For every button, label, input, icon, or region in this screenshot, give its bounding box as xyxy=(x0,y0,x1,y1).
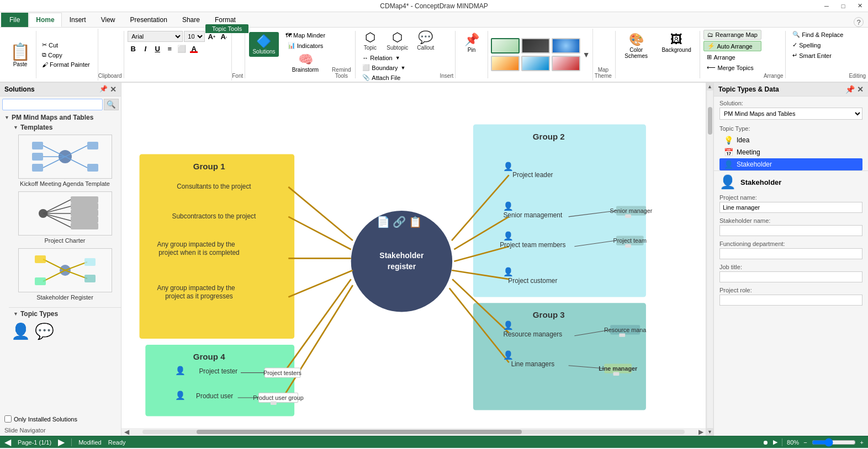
templates-header[interactable]: ▼ Templates xyxy=(9,122,121,132)
play-button[interactable]: ▶ xyxy=(773,439,777,446)
boundary-button[interactable]: ⬜ Boundary ▼ xyxy=(359,63,437,72)
job-title-input[interactable] xyxy=(719,271,862,282)
text-project-customer[interactable]: Project customer xyxy=(508,277,557,285)
topic-type-icon-person[interactable]: 👤 xyxy=(11,322,30,340)
theme-swatch-1[interactable] xyxy=(491,38,520,54)
pin-button[interactable]: 📌 Pin xyxy=(461,31,483,55)
find-replace-button[interactable]: 🔍 Find & Replace xyxy=(789,30,846,39)
tab-insert[interactable]: Insert xyxy=(62,13,93,27)
maximize-button[interactable]: □ xyxy=(835,0,851,12)
theme-swatch-6[interactable] xyxy=(552,56,580,71)
text-impacted1-1[interactable]: Any group impacted by the xyxy=(157,240,235,248)
tab-home[interactable]: Home xyxy=(29,13,61,27)
minimize-button[interactable]: ─ xyxy=(818,0,835,12)
zoom-in-button[interactable]: + xyxy=(860,439,864,446)
subtopic-button[interactable]: ⬡ Subtopic xyxy=(383,30,411,52)
pu-collapse[interactable] xyxy=(271,401,277,404)
merge-topics-button[interactable]: ⟵ Merge Topics xyxy=(703,63,761,72)
project-charter-template[interactable]: Project Charter xyxy=(13,191,117,244)
text-product-user-group[interactable]: Product user group xyxy=(253,394,304,401)
text-color-button[interactable]: A xyxy=(188,43,199,54)
smart-enter-button[interactable]: ↵ Smart Enter xyxy=(789,51,846,60)
topic-type-idea[interactable]: 💡 Idea xyxy=(719,134,862,146)
topic-type-icon-chat[interactable]: 💬 xyxy=(35,322,54,340)
topic-type-stakeholder[interactable]: 👤 Stakeholder xyxy=(719,158,862,170)
rearrange-map-button[interactable]: 🗂 Rearrange Map xyxy=(703,30,761,40)
scroll-up-button[interactable]: ▲ xyxy=(706,83,714,90)
slide-navigator-link[interactable]: Slide Navigator xyxy=(0,425,121,436)
scroll-thumb[interactable] xyxy=(197,430,522,434)
text-impacted2-1[interactable]: Any group impacted by the xyxy=(157,284,235,292)
stakeholder-register-template[interactable]: Stakeholder Register xyxy=(13,248,117,301)
copy-button[interactable]: ⧉ Copy xyxy=(39,50,93,60)
solutions-button[interactable]: 🔷 Solutions xyxy=(249,32,279,57)
arrange-button[interactable]: ⊞ Arrange xyxy=(703,52,761,62)
callout-button[interactable]: 💬 Callout xyxy=(414,30,437,52)
underline-button[interactable]: U xyxy=(152,43,163,54)
topic-types-header[interactable]: ▼ Topic Types xyxy=(9,307,121,320)
text-resource-mgrs[interactable]: Resource managers xyxy=(503,330,562,338)
pin-panel-button[interactable]: 📌 xyxy=(99,85,108,94)
help-button[interactable]: ? xyxy=(854,17,864,27)
cut-button[interactable]: ✂ Cut xyxy=(39,40,93,50)
tab-view[interactable]: View xyxy=(94,13,123,27)
text-project-team[interactable]: Project team members xyxy=(500,241,565,249)
text-project-testers[interactable]: Project testers xyxy=(263,370,301,376)
topic-button[interactable]: ⬡ Topic xyxy=(359,30,381,52)
close-button[interactable]: ✕ xyxy=(851,0,868,12)
topic-type-meeting[interactable]: 📅 Meeting xyxy=(719,146,862,158)
close-panel-button[interactable]: ✕ xyxy=(110,85,117,94)
align-button[interactable]: ≡ xyxy=(164,43,175,54)
relation-button[interactable]: ↔ Relation ▼ xyxy=(359,54,437,62)
bold-button[interactable]: B xyxy=(128,43,139,54)
tab-file[interactable]: File xyxy=(1,13,28,27)
theme-swatch-3[interactable] xyxy=(552,38,580,54)
sm-collapse[interactable] xyxy=(625,215,631,218)
project-name-input[interactable] xyxy=(719,202,862,213)
text-consultants[interactable]: Consultants to the project xyxy=(177,183,251,190)
functioning-dept-input[interactable] xyxy=(719,248,862,259)
text-line-mgrs[interactable]: Line managers xyxy=(511,360,555,368)
nav-next-button[interactable]: ▶ xyxy=(58,437,65,447)
solution-select[interactable]: PM Mind Maps and Tables xyxy=(719,108,862,120)
zoom-out-button[interactable]: − xyxy=(803,439,807,446)
indicators-button[interactable]: 📊 Indicators xyxy=(284,41,327,50)
kickoff-template[interactable]: Kickoff Meeting Agenda Template xyxy=(13,135,117,187)
text-box-button[interactable]: ⬜ xyxy=(176,43,187,54)
text-senior-mgmt[interactable]: Senior management xyxy=(503,211,563,219)
nav-prev-button[interactable]: ◀ xyxy=(4,437,11,447)
scroll-right-button[interactable]: ▶ xyxy=(696,428,706,436)
theme-swatch-4[interactable] xyxy=(491,56,520,71)
canvas-horizontal-scrollbar[interactable]: ◀ ▶ xyxy=(121,428,706,436)
record-button[interactable]: ⏺ xyxy=(763,439,769,446)
scroll-down-button[interactable]: ▼ xyxy=(706,428,714,436)
color-schemes-button[interactable]: 🎨 Color Schemes xyxy=(621,31,652,61)
text-project-leader[interactable]: Project leader xyxy=(512,171,553,179)
font-family-select[interactable]: Arial xyxy=(128,31,183,42)
tab-presentation[interactable]: Presentation xyxy=(123,13,174,27)
mindmap-diagram[interactable]: Group 1 Group 2 Group 3 Group 4 Stakehol… xyxy=(121,83,706,428)
lm-collapse[interactable] xyxy=(613,372,620,376)
stakeholder-name-input[interactable] xyxy=(719,225,862,236)
close-right-panel-button[interactable]: ✕ xyxy=(857,85,864,94)
text-subcontractors[interactable]: Subcontractors to the project xyxy=(172,212,256,220)
topic-tools-tab[interactable]: Topic Tools xyxy=(205,24,248,33)
theme-swatch-2[interactable] xyxy=(521,38,550,54)
auto-arrange-button[interactable]: ⚡ Auto Arrange xyxy=(703,41,761,51)
v-scroll-thumb[interactable] xyxy=(708,107,712,135)
project-role-input[interactable] xyxy=(719,295,862,306)
map-minder-button[interactable]: 🗺 Map Minder xyxy=(282,31,329,40)
pt-collapse[interactable] xyxy=(625,244,631,247)
brainstorm-button[interactable]: 🧠 Brainstorm xyxy=(289,51,322,74)
theme-swatch-5[interactable] xyxy=(521,56,550,71)
background-button[interactable]: 🖼 Background xyxy=(658,31,694,55)
tab-share[interactable]: Share xyxy=(175,13,207,27)
pm-mind-maps-section[interactable]: ▼ PM Mind Maps and Tables xyxy=(0,113,121,122)
only-installed-checkbox[interactable] xyxy=(4,415,12,423)
search-button[interactable]: 🔍 xyxy=(104,99,119,110)
scroll-left-button[interactable]: ◀ xyxy=(121,428,131,436)
attach-file-button[interactable]: 📎 Attach File xyxy=(359,73,437,82)
zoom-slider[interactable] xyxy=(812,438,856,447)
paste-button[interactable]: 📋 Paste xyxy=(4,31,36,78)
pin-right-panel-button[interactable]: 📌 xyxy=(845,85,855,94)
